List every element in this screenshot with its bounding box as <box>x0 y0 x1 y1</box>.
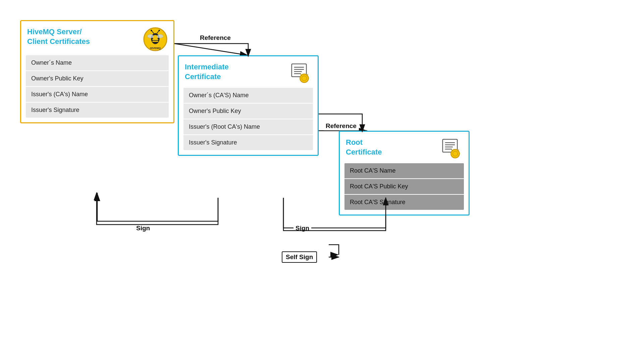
hivemq-box-header: HiveMQ Server/Client Certificates HIVEMQ <box>21 21 173 55</box>
reference2-label: Reference <box>324 122 359 130</box>
svg-line-1 <box>174 44 248 55</box>
root-title: RootCertificate <box>346 138 382 157</box>
intermediate-field-owners-public-key: Owner's Public Key <box>183 104 313 119</box>
svg-rect-7 <box>152 41 158 42</box>
svg-point-8 <box>148 35 154 38</box>
hivemq-box: HiveMQ Server/Client Certificates HIVEMQ <box>20 20 174 123</box>
hivemq-field-list: Owner´s Name Owner's Public Key Issuer's… <box>26 55 169 118</box>
intermediate-field-issuers-root-cas-name: Issuer's (Root CA's) Name <box>183 119 313 135</box>
intermediate-box: IntermediateCertificate Owner´s (CA'S) N… <box>178 55 319 156</box>
hivemq-field-owners-public-key: Owner's Public Key <box>26 71 169 87</box>
root-box: RootCertificate Root CA'S Name Root CA'S… <box>339 131 470 216</box>
root-field-cas-signature: Root CA'S Signature <box>344 195 464 210</box>
sign1-label: Sign <box>134 224 152 233</box>
self-sign-label: Self Sign <box>282 251 317 263</box>
intermediate-field-issuers-signature: Issuer's Signature <box>183 135 313 150</box>
hivemq-field-issuers-cas-name: Issuer's (CA's) Name <box>26 87 169 103</box>
svg-point-11 <box>151 30 152 32</box>
intermediate-field-owners-cas-name: Owner´s (CA'S) Name <box>183 88 313 104</box>
svg-point-30 <box>453 151 458 156</box>
root-box-header: RootCertificate <box>340 132 469 163</box>
hivemq-field-issuers-signature: Issuer's Signature <box>26 103 169 118</box>
hivemq-bee-logo: HIVEMQ <box>143 27 167 51</box>
intermediate-title: IntermediateCertificate <box>185 62 229 81</box>
diagram-container: HiveMQ Server/Client Certificates HIVEMQ <box>0 0 644 362</box>
certificate-icon-intermediate <box>290 62 312 84</box>
certificate-icon-root <box>441 138 463 159</box>
svg-point-13 <box>158 30 160 32</box>
intermediate-box-header: IntermediateCertificate <box>179 56 318 88</box>
reference1-label: Reference <box>198 34 233 42</box>
root-field-list: Root CA'S Name Root CA'S Public Key Root… <box>344 163 464 210</box>
svg-rect-6 <box>152 39 158 40</box>
svg-point-21 <box>302 76 307 81</box>
hivemq-field-owners-name: Owner´s Name <box>26 55 169 71</box>
svg-point-9 <box>157 35 163 38</box>
svg-text:HIVEMQ: HIVEMQ <box>150 47 161 50</box>
intermediate-field-list: Owner´s (CA'S) Name Owner's Public Key I… <box>183 88 313 150</box>
sign2-label: Sign <box>293 224 311 233</box>
root-field-cas-public-key: Root CA'S Public Key <box>344 179 464 195</box>
root-field-cas-name: Root CA'S Name <box>344 163 464 179</box>
hivemq-title: HiveMQ Server/Client Certificates <box>27 27 90 46</box>
